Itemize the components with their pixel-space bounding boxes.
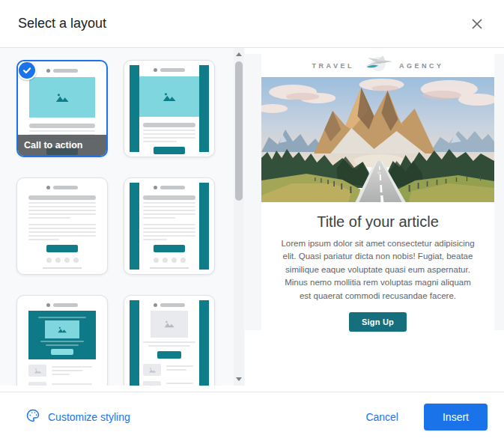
layout-list: Call to action (0, 48, 245, 386)
close-icon[interactable] (468, 15, 486, 33)
article-preview: Title of your article Lorem ipsum dolor … (261, 202, 494, 332)
sign-up-button: Sign Up (349, 312, 407, 332)
insert-button[interactable]: Insert (424, 404, 488, 431)
layout-card-label: Call to action (18, 135, 106, 156)
thumb-placeholder-icon (143, 364, 161, 376)
layout-card-text-only[interactable] (16, 177, 108, 275)
palette-icon (25, 408, 40, 425)
dialog-title: Select a layout (18, 16, 106, 31)
layout-card-call-to-action-sidebars[interactable] (124, 60, 215, 157)
layout-list-scrollbar[interactable] (234, 48, 244, 386)
layout-grid: Call to action (16, 60, 215, 386)
dialog-header: Select a layout (0, 0, 504, 48)
thumb-placeholder-icon (143, 381, 161, 386)
article-body: Lorem ipsum dolor sit amet consectetur a… (281, 237, 475, 302)
layout-card-featured-content[interactable] (16, 295, 108, 386)
layout-list-pane: Call to action (0, 48, 245, 392)
layout-preview-pane: TRAVEL AGENCY (245, 48, 504, 392)
layout-card-call-to-action[interactable]: Call to action (16, 60, 108, 157)
image-placeholder-icon (151, 311, 188, 338)
scroll-down-icon[interactable] (236, 377, 242, 381)
article-title: Title of your article (281, 213, 475, 231)
select-layout-dialog: Select a layout (0, 0, 504, 441)
hero-image-mountain-road (261, 77, 494, 202)
airplane-logo-icon (359, 54, 394, 77)
scroll-up-icon[interactable] (236, 52, 242, 56)
brand-logo: TRAVEL AGENCY (261, 54, 494, 77)
logo-text-right: AGENCY (399, 62, 444, 70)
dialog-footer: Customize styling Cancel Insert (0, 392, 504, 441)
image-placeholder-icon (29, 77, 95, 118)
email-page-background: TRAVEL AGENCY (245, 54, 504, 330)
dialog-body: Call to action (0, 48, 504, 392)
logo-text-left: TRAVEL (312, 62, 354, 70)
scrollbar-thumb[interactable] (235, 61, 243, 201)
thumb-placeholder-icon (28, 365, 46, 377)
email-preview: TRAVEL AGENCY (261, 54, 494, 330)
thumb-placeholder-icon (28, 382, 46, 386)
cancel-button[interactable]: Cancel (365, 411, 398, 423)
customize-styling-label: Customize styling (48, 411, 130, 423)
layout-card-featured-content-sidebars[interactable] (124, 295, 215, 386)
selected-check-icon (17, 61, 37, 80)
image-placeholder-icon (139, 76, 200, 117)
customize-styling-button[interactable]: Customize styling (25, 408, 130, 425)
layout-card-text-only-sidebars[interactable] (124, 177, 215, 275)
image-placeholder-icon (45, 320, 79, 338)
